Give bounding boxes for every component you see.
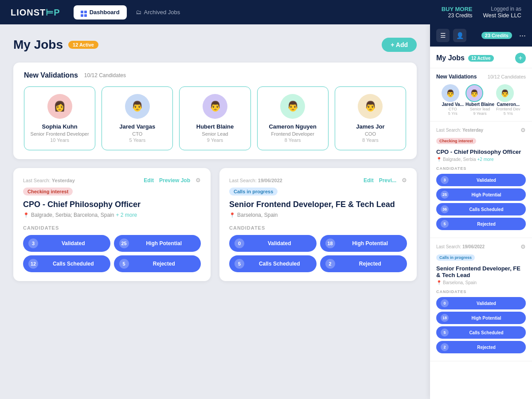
stat-number: 18 bbox=[325, 239, 335, 248]
rp-stat-button[interactable]: 18High Potential bbox=[436, 312, 526, 324]
company-name: West Side LLC bbox=[483, 12, 521, 19]
rp-avatar-years: 5 Yrs bbox=[442, 111, 463, 116]
rp-status-tag: Calls in progress bbox=[436, 254, 475, 261]
preview-link[interactable]: Previ... bbox=[379, 177, 396, 184]
rp-stat-button[interactable]: 36Calls Scheduled bbox=[436, 203, 526, 215]
rp-job-title: CPO - Chief Philosophy Officer bbox=[436, 149, 526, 155]
rp-more-button[interactable]: ··· bbox=[519, 31, 526, 40]
candidate-card[interactable]: 👨 James Jor COO 8 Years bbox=[335, 86, 406, 150]
rp-stat-button[interactable]: 3Validated bbox=[436, 174, 526, 186]
stat-label: Validated bbox=[42, 240, 105, 246]
rp-stat-number: 3 bbox=[441, 176, 449, 184]
rp-stat-label: Calls Scheduled bbox=[451, 207, 521, 212]
rp-status-tag: Checking interest bbox=[436, 138, 476, 144]
top-navigation: LIONST⊨P Dashboard 🗂 Archived Jobs BUY M… bbox=[0, 0, 532, 24]
page-title: My Jobs bbox=[13, 38, 63, 52]
rp-stat-button[interactable]: 5Rejected bbox=[436, 218, 526, 230]
rp-stat-label: Validated bbox=[451, 178, 521, 183]
active-badge: 12 Active bbox=[68, 41, 98, 49]
candidate-years: 8 Years bbox=[340, 137, 400, 143]
candidate-name: Jared Vargas bbox=[107, 123, 167, 130]
stat-label: Rejected bbox=[339, 261, 402, 267]
rp-location-text: Balgrade, Serbia bbox=[443, 157, 476, 162]
stat-button[interactable]: 0Validated bbox=[229, 235, 317, 252]
page-header: My Jobs 12 Active + Add bbox=[13, 38, 417, 52]
candidate-avatar: 👩 bbox=[47, 94, 72, 119]
grid-icon bbox=[81, 8, 87, 17]
candidate-card[interactable]: 👨 Hubert Blaine Senior Lead 9 Years bbox=[179, 86, 250, 150]
right-panel: ☰ 👤 23 Credits ··· My Jobs 12 Active + N… bbox=[430, 24, 532, 399]
rp-gear-icon[interactable]: ⚙ bbox=[520, 243, 526, 250]
stat-number: 3 bbox=[28, 239, 38, 248]
rp-stat-number: 5 bbox=[441, 329, 449, 336]
title-area: My Jobs 12 Active bbox=[13, 38, 98, 52]
archived-jobs-link[interactable]: 🗂 Archived Jobs bbox=[136, 9, 180, 16]
candidate-avatar: 👨 bbox=[125, 94, 150, 119]
buy-more-label: BUY MORE bbox=[442, 6, 473, 12]
rp-menu-button[interactable]: ☰ bbox=[436, 29, 450, 42]
buy-more-section[interactable]: BUY MORE 23 Credits bbox=[442, 6, 473, 19]
candidate-card[interactable]: 👨 Jared Vargas CTO 5 Years bbox=[102, 86, 173, 150]
stat-button[interactable]: 3Validated bbox=[23, 235, 110, 252]
candidate-card[interactable]: 👩 Sophia Kuhn Senior Frontend Developer … bbox=[24, 86, 95, 150]
credits-count: 23 Credits bbox=[442, 12, 473, 19]
rp-job-card: Last Search: Yesterday ⚙ Checking intere… bbox=[430, 121, 532, 238]
rp-avatar-name: Jared Va... bbox=[442, 102, 463, 107]
status-tag: Calls in progress bbox=[229, 188, 278, 196]
rp-stat-button[interactable]: 0Validated bbox=[436, 297, 526, 309]
rp-location-dot-icon: 📍 bbox=[436, 157, 442, 162]
rp-stat-button[interactable]: 5Calls Scheduled bbox=[436, 326, 526, 339]
rp-add-button[interactable]: + bbox=[515, 53, 526, 63]
edit-link[interactable]: Edit bbox=[364, 177, 374, 184]
job-card-header: Last Search: Yesterday Edit Preview Job … bbox=[23, 177, 201, 184]
content-area: My Jobs 12 Active + Add New Validations … bbox=[0, 24, 430, 399]
validations-title: New Validations bbox=[24, 71, 78, 79]
rp-stat-button[interactable]: 25High Potential bbox=[436, 188, 526, 201]
rp-stat-label: Validated bbox=[451, 301, 521, 306]
stat-label: Calls Scheduled bbox=[42, 261, 105, 267]
stat-button[interactable]: 25High Potential bbox=[114, 235, 201, 252]
location-dot-icon: 📍 bbox=[23, 212, 29, 218]
gear-icon[interactable]: ⚙ bbox=[402, 177, 407, 184]
candidate-avatar: 👨 bbox=[280, 94, 305, 119]
candidate-role: Frontend Developer bbox=[263, 131, 323, 137]
preview-link[interactable]: Preview Job bbox=[159, 177, 190, 184]
stat-button[interactable]: 12Calls Scheduled bbox=[23, 255, 110, 272]
candidate-card[interactable]: 👨 Cameron Nguyen Frontend Developer 8 Ye… bbox=[257, 86, 329, 150]
rp-profile-button[interactable]: 👤 bbox=[453, 29, 466, 42]
rp-avatar-container[interactable]: 👨 Hubert Blaine Senior lead 9 Years bbox=[466, 84, 494, 116]
job-card-header: Last Search: 19/06/2022 Edit Previ... ⚙ bbox=[229, 177, 407, 184]
right-panel-top: ☰ 👤 23 Credits ··· bbox=[430, 24, 532, 47]
job-title: Senior Frontend Developer, FE & Tech Lea… bbox=[229, 200, 407, 209]
rp-job-title: Senior Frontend Developer, FE & Tech Lea… bbox=[436, 265, 526, 278]
validations-header: New Validations 10/12 Candidates bbox=[24, 71, 406, 79]
last-search-label: Last Search: Yesterday bbox=[23, 178, 75, 183]
rp-avatar-years: 5 Yrs bbox=[496, 111, 520, 116]
stat-button[interactable]: 5Rejected bbox=[114, 255, 201, 272]
rp-candidates-label: CANDIDATES bbox=[436, 289, 526, 294]
jobs-row: Last Search: Yesterday Edit Preview Job … bbox=[13, 168, 417, 281]
candidate-name: Sophia Kuhn bbox=[30, 123, 90, 130]
candidate-avatar: 👨 bbox=[203, 94, 227, 119]
stat-button[interactable]: 5Calls Scheduled bbox=[229, 255, 317, 272]
rp-validations-section: New Validations 10/12 Candidates 👨 Jared… bbox=[430, 68, 532, 121]
rp-stat-button[interactable]: 2Rejected bbox=[436, 341, 526, 353]
stat-button[interactable]: 2Rejected bbox=[320, 255, 407, 272]
rp-avatar-container[interactable]: 👨 Jared Va... CTO 5 Yrs bbox=[442, 84, 463, 116]
gear-icon[interactable]: ⚙ bbox=[196, 177, 201, 184]
stat-label: High Potential bbox=[339, 240, 402, 246]
rp-last-search: Last Search: Yesterday ⚙ bbox=[436, 127, 526, 133]
job-card-actions: Edit Preview Job ⚙ bbox=[144, 177, 201, 184]
location-extra-link[interactable]: + 2 more bbox=[116, 212, 137, 218]
add-button[interactable]: + Add bbox=[382, 38, 417, 52]
edit-link[interactable]: Edit bbox=[144, 177, 154, 184]
validations-card: New Validations 10/12 Candidates 👩 Sophi… bbox=[13, 63, 417, 159]
rp-jobs: Last Search: Yesterday ⚙ Checking intere… bbox=[430, 121, 532, 361]
dashboard-button[interactable]: Dashboard bbox=[74, 5, 127, 20]
rp-avatar-container[interactable]: 👨 Cameron... Frontend Dev 5 Yrs bbox=[496, 84, 520, 116]
rp-stat-label: High Potential bbox=[451, 316, 521, 321]
stat-button[interactable]: 18High Potential bbox=[320, 235, 407, 252]
candidate-role: CTO bbox=[107, 131, 167, 137]
rp-avatar: 👨 bbox=[442, 84, 459, 102]
rp-gear-icon[interactable]: ⚙ bbox=[520, 127, 526, 133]
